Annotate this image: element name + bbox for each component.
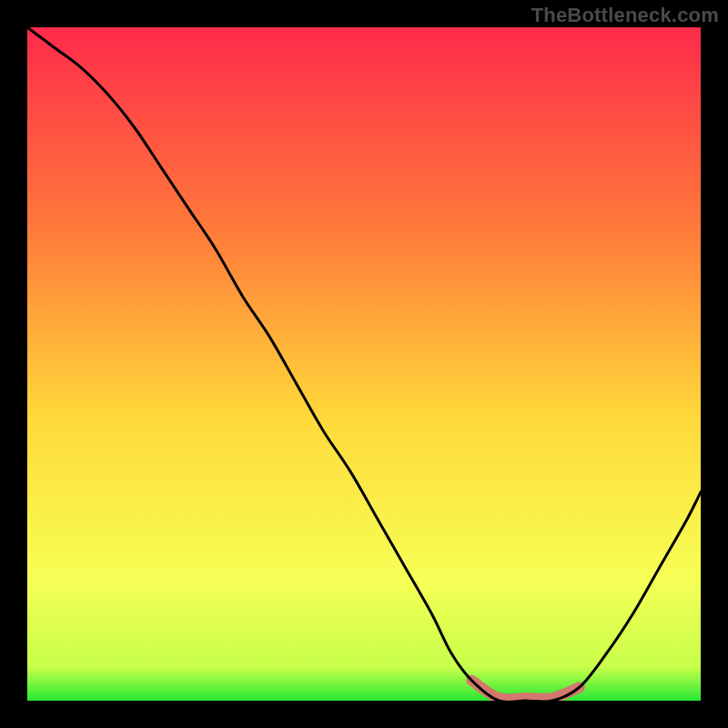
chart-plot-area	[27, 27, 701, 701]
gradient-background	[27, 27, 701, 701]
watermark-text: TheBottleneck.com	[531, 4, 719, 27]
chart-svg	[27, 27, 701, 701]
chart-container: TheBottleneck.com	[0, 0, 728, 728]
